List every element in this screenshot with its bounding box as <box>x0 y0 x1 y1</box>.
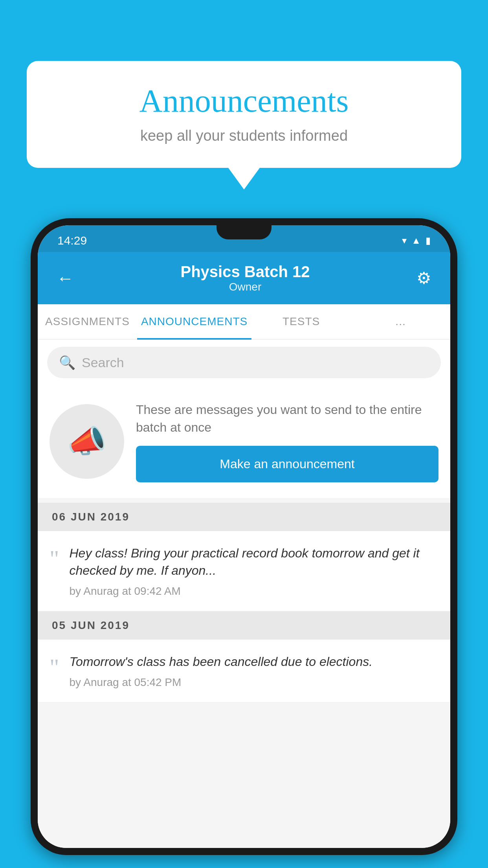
back-button[interactable]: ← <box>53 265 77 291</box>
search-placeholder: Search <box>82 355 124 370</box>
phone-outer: 14:29 ▾ ▲ ▮ ← Physics Batch 12 Owner ⚙ A… <box>31 218 457 855</box>
speech-bubble-title: Announcements <box>50 83 438 120</box>
promo-description: These are messages you want to send to t… <box>136 401 438 436</box>
announcement-text-1: Hey class! Bring your practical record b… <box>70 544 439 580</box>
announcement-item-2[interactable]: " Tomorrow's class has been cancelled du… <box>38 640 450 702</box>
app-bar-subtitle: Owner <box>77 281 413 293</box>
app-bar-title: Physics Batch 12 <box>77 263 413 281</box>
tab-announcements[interactable]: ANNOUNCEMENTS <box>137 304 251 339</box>
speech-bubble: Announcements keep all your students inf… <box>27 61 461 168</box>
status-icons: ▾ ▲ ▮ <box>402 235 431 246</box>
app-bar: ← Physics Batch 12 Owner ⚙ <box>38 252 450 304</box>
tabs: ASSIGNMENTS ANNOUNCEMENTS TESTS ... <box>38 304 450 340</box>
status-time: 14:29 <box>57 234 87 247</box>
signal-icon: ▲ <box>411 235 421 246</box>
quote-icon-1: " <box>50 547 59 570</box>
app-bar-center: Physics Batch 12 Owner <box>77 263 413 293</box>
announcement-meta-2: by Anurag at 05:42 PM <box>70 676 439 689</box>
wifi-icon: ▾ <box>402 235 407 246</box>
search-bar[interactable]: 🔍 Search <box>47 347 441 378</box>
megaphone-icon: 📣 <box>67 423 106 460</box>
battery-icon: ▮ <box>426 235 431 246</box>
tab-more[interactable]: ... <box>351 304 450 339</box>
announcement-text-2: Tomorrow's class has been cancelled due … <box>70 653 439 671</box>
search-icon: 🔍 <box>59 355 75 370</box>
date-section-1: 06 JUN 2019 <box>38 503 450 531</box>
promo-right: These are messages you want to send to t… <box>136 401 438 482</box>
speech-bubble-container: Announcements keep all your students inf… <box>27 61 461 189</box>
announcement-promo: 📣 These are messages you want to send to… <box>38 385 450 498</box>
announcement-item-1[interactable]: " Hey class! Bring your practical record… <box>38 531 450 612</box>
phone-screen: 14:29 ▾ ▲ ▮ ← Physics Batch 12 Owner ⚙ A… <box>38 225 450 848</box>
make-announcement-button[interactable]: Make an announcement <box>136 446 438 482</box>
phone-notch <box>216 225 272 239</box>
announcement-content-1: Hey class! Bring your practical record b… <box>70 544 439 598</box>
tab-tests[interactable]: TESTS <box>251 304 351 339</box>
announcement-meta-1: by Anurag at 09:42 AM <box>70 585 439 598</box>
speech-bubble-subtitle: keep all your students informed <box>50 127 438 144</box>
search-bar-container: 🔍 Search <box>38 340 450 385</box>
content-area: 🔍 Search 📣 These are messages you want t… <box>38 340 450 848</box>
gear-icon[interactable]: ⚙ <box>413 265 435 291</box>
tab-assignments[interactable]: ASSIGNMENTS <box>38 304 137 339</box>
date-section-2: 05 JUN 2019 <box>38 611 450 640</box>
phone-container: 14:29 ▾ ▲ ▮ ← Physics Batch 12 Owner ⚙ A… <box>31 218 457 868</box>
announcement-content-2: Tomorrow's class has been cancelled due … <box>70 653 439 689</box>
promo-icon-circle: 📣 <box>50 404 124 479</box>
quote-icon-2: " <box>50 655 59 679</box>
speech-bubble-tail <box>228 168 260 189</box>
